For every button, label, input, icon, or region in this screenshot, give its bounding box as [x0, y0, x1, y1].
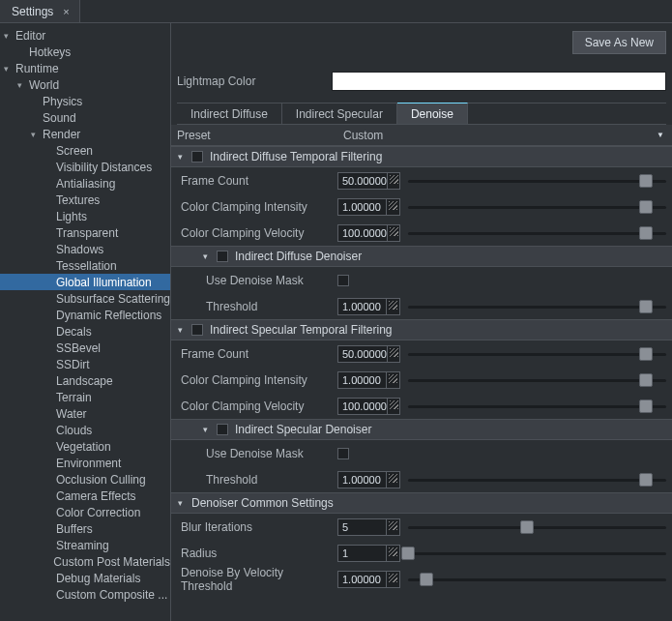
section-toggle-checkbox[interactable] — [191, 324, 203, 336]
section-toggle-checkbox[interactable] — [217, 424, 228, 435]
sidebar-item-label: Render — [43, 128, 80, 141]
property-slider[interactable] — [408, 371, 666, 389]
drag-handle-icon[interactable] — [387, 173, 399, 189]
sidebar-item[interactable]: Clouds — [0, 422, 170, 438]
sidebar-item[interactable]: Lights — [0, 208, 170, 224]
property-value-input[interactable]: 100.0000 — [337, 224, 400, 242]
tab[interactable]: Denoise — [397, 103, 468, 124]
sidebar-item[interactable]: Terrain — [0, 389, 170, 405]
sidebar-item[interactable]: Dynamic Reflections — [0, 307, 170, 323]
property-value-input[interactable]: 50.00000 — [337, 172, 400, 190]
sidebar-item[interactable]: Hotkeys — [0, 44, 170, 60]
sidebar-item[interactable]: Antialiasing — [0, 175, 170, 192]
drag-handle-icon[interactable] — [387, 225, 399, 241]
property-checkbox[interactable] — [337, 275, 349, 286]
property-checkbox[interactable] — [337, 448, 349, 459]
sidebar-item[interactable]: ▾Editor — [0, 27, 170, 44]
property-slider[interactable] — [408, 224, 666, 242]
preset-dropdown[interactable]: Custom ▼ — [337, 129, 666, 142]
expand-icon[interactable]: ▾ — [200, 251, 210, 261]
expand-icon[interactable]: ▾ — [175, 152, 185, 162]
drag-handle-icon[interactable] — [386, 472, 399, 488]
sidebar-item[interactable]: Textures — [0, 192, 170, 208]
property-value-input[interactable]: 1.00000 — [337, 571, 400, 588]
drag-handle-icon[interactable] — [386, 199, 399, 215]
drag-handle-icon[interactable] — [386, 299, 399, 314]
sidebar-item[interactable]: Physics — [0, 93, 170, 109]
section-header[interactable]: ▾Denoiser Common Settings — [171, 492, 672, 514]
section-header[interactable]: ▾Indirect Specular Denoiser — [171, 419, 672, 440]
property-value-input[interactable]: 1.00000 — [337, 198, 400, 216]
section-toggle-checkbox[interactable] — [191, 151, 203, 163]
drag-handle-icon[interactable] — [386, 372, 399, 388]
property-slider[interactable] — [408, 518, 666, 536]
drag-handle-icon[interactable] — [386, 519, 399, 535]
sidebar-item[interactable]: Occlusion Culling — [0, 471, 170, 488]
tree-arrow-icon[interactable]: ▾ — [4, 31, 14, 41]
sidebar-item[interactable]: Buffers — [0, 520, 170, 537]
section-header[interactable]: ▾Indirect Diffuse Denoiser — [171, 246, 672, 267]
sidebar-item[interactable]: Custom Composite ... — [0, 586, 170, 603]
property-row: Frame Count50.00000 — [177, 340, 666, 367]
tab[interactable]: Indirect Specular — [282, 104, 397, 124]
sidebar-item[interactable]: Tessellation — [0, 257, 170, 274]
sidebar-item[interactable]: Vegetation — [0, 438, 170, 455]
sidebar-item[interactable]: Subsurface Scattering — [0, 290, 170, 307]
sidebar-item[interactable]: ▾Render — [0, 126, 170, 142]
section-header[interactable]: ▾Indirect Diffuse Temporal Filtering — [171, 146, 672, 167]
sidebar-item[interactable]: Streaming — [0, 537, 170, 553]
sidebar-item[interactable]: Camera Effects — [0, 488, 170, 504]
sidebar-item[interactable]: Sound — [0, 109, 170, 126]
section-header[interactable]: ▾Indirect Specular Temporal Filtering — [171, 319, 672, 340]
property-value-input[interactable]: 1.00000 — [337, 298, 400, 315]
drag-handle-icon[interactable] — [387, 399, 399, 414]
property-value-input[interactable]: 1 — [337, 545, 400, 562]
drag-handle-icon[interactable] — [386, 572, 399, 587]
sidebar-item[interactable]: Screen — [0, 142, 170, 159]
lightmap-color-swatch[interactable] — [332, 72, 666, 91]
property-value-input[interactable]: 5 — [337, 518, 400, 536]
drag-handle-icon[interactable] — [386, 546, 399, 561]
sidebar-item[interactable]: Visibility Distances — [0, 159, 170, 175]
property-value-input[interactable]: 50.00000 — [337, 345, 400, 363]
sidebar-item[interactable]: Landscape — [0, 372, 170, 389]
save-as-new-button[interactable]: Save As New — [572, 31, 666, 54]
property-value: 1.00000 — [342, 474, 381, 486]
close-icon[interactable]: × — [63, 6, 69, 17]
tree-arrow-icon[interactable]: ▾ — [31, 130, 41, 139]
property-slider[interactable] — [408, 471, 666, 488]
property-value-input[interactable]: 1.00000 — [337, 471, 400, 488]
sidebar-item[interactable]: Transparent — [0, 224, 170, 241]
drag-handle-icon[interactable] — [387, 346, 399, 362]
sidebar-item[interactable]: ▾World — [0, 76, 170, 93]
tree-arrow-icon[interactable]: ▾ — [17, 80, 27, 90]
tab[interactable]: Indirect Diffuse — [177, 104, 282, 124]
expand-icon[interactable]: ▾ — [175, 325, 185, 335]
property-row: Color Clamping Intensity1.00000 — [177, 193, 666, 220]
property-slider[interactable] — [408, 172, 666, 190]
sidebar-item[interactable]: Color Correction — [0, 504, 170, 520]
section-toggle-checkbox[interactable] — [217, 251, 228, 262]
property-value-input[interactable]: 1.00000 — [337, 371, 400, 389]
property-slider[interactable] — [408, 345, 666, 363]
sidebar-item[interactable]: SSDirt — [0, 356, 170, 372]
property-slider[interactable] — [408, 298, 666, 315]
sidebar-item[interactable]: Environment — [0, 455, 170, 471]
tree-arrow-icon[interactable]: ▾ — [4, 64, 14, 74]
window-tab[interactable]: Settings × — [0, 0, 80, 22]
expand-icon[interactable]: ▾ — [200, 425, 210, 434]
expand-icon[interactable]: ▾ — [175, 498, 185, 508]
property-slider[interactable] — [408, 398, 666, 415]
sidebar-item[interactable]: ▾Runtime — [0, 60, 170, 76]
sidebar-item[interactable]: Debug Materials — [0, 570, 170, 586]
sidebar-item[interactable]: Global Illumination — [0, 274, 170, 290]
sidebar-item[interactable]: SSBevel — [0, 340, 170, 356]
property-slider[interactable] — [408, 198, 666, 216]
sidebar-item[interactable]: Shadows — [0, 241, 170, 257]
property-value-input[interactable]: 100.0000 — [337, 398, 400, 415]
property-slider[interactable] — [408, 545, 666, 562]
sidebar-item[interactable]: Decals — [0, 323, 170, 340]
sidebar-item[interactable]: Custom Post Materials — [0, 553, 170, 570]
property-slider[interactable] — [408, 571, 666, 588]
sidebar-item[interactable]: Water — [0, 405, 170, 422]
